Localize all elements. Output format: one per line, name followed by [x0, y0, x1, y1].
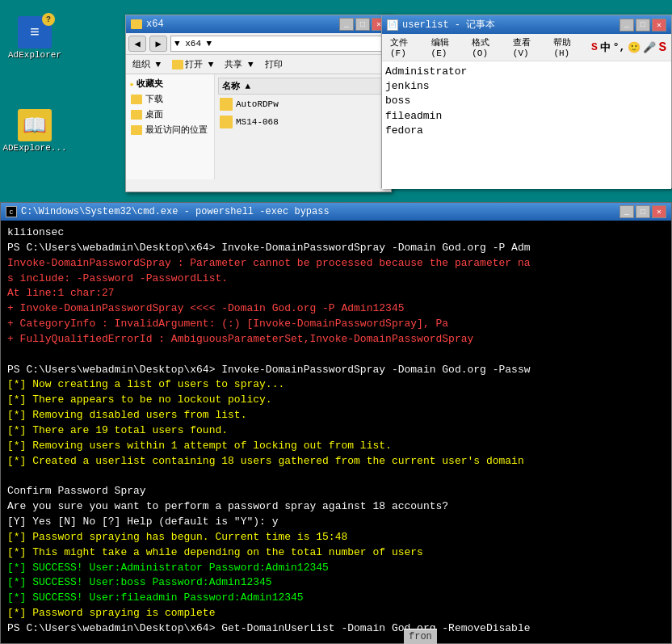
- notepad-title: userlist - 记事本: [402, 18, 495, 32]
- folder-open-icon: [172, 60, 183, 69]
- ime-bar: S 中 °, 🙂 🎤 S: [591, 36, 666, 59]
- cmd-titlebar: C C:\Windows\System32\cmd.exe - powershe…: [1, 203, 671, 221]
- cmd-icon: C: [6, 206, 17, 217]
- organize-btn[interactable]: 组织 ▼: [129, 57, 164, 72]
- menu-format[interactable]: 格式(O): [468, 36, 506, 59]
- notepad-window: 📄 userlist - 记事本 _ □ ✕ 文件(F) 编辑(E) 格式(O)…: [381, 15, 672, 188]
- explorer-maximize-btn[interactable]: □: [355, 18, 370, 31]
- notepad-line-5: fedora: [385, 124, 668, 138]
- cmd-line-24: [*] SUCCESS! User:fileadmin Password:Adm…: [7, 591, 665, 606]
- open-btn[interactable]: 打开 ▼: [169, 57, 216, 72]
- sidebar-item-download[interactable]: 下载: [129, 91, 211, 107]
- explorer-window: x64 _ □ ✕ ◀ ▶ ▼ x64 ▼ 组织 ▼ 打开 ▼ 共享 ▼ 打印: [125, 15, 392, 192]
- folder-icon-recent: [131, 125, 142, 135]
- back-btn[interactable]: ◀: [128, 36, 146, 52]
- cmd-maximize-btn[interactable]: □: [636, 205, 650, 218]
- cmd-line-16: [7, 469, 665, 485]
- cmd-line-7: + FullyQualifiedErrorId : AmbiguousParam…: [7, 332, 665, 347]
- open-label: 打开 ▼: [185, 58, 213, 70]
- explorer-body: ★ 收藏夹 下载 桌面 最近访问的位置 名称 ▲: [126, 74, 391, 179]
- cmd-close-btn[interactable]: ✕: [652, 205, 666, 218]
- menu-file[interactable]: 文件(F): [387, 36, 425, 59]
- cmd-line-19: [Y] Yes [N] No [?] Help (default is "Y")…: [7, 515, 665, 530]
- sidebar-item-desktop[interactable]: 桌面: [129, 107, 211, 122]
- menu-view[interactable]: 查看(V): [510, 36, 548, 59]
- cmd-title: C:\Windows\System32\cmd.exe - powershell…: [21, 206, 330, 217]
- print-label: 打印: [265, 58, 283, 70]
- explorer-titlebar: x64 _ □ ✕: [126, 15, 391, 33]
- cmd-minimize-btn[interactable]: _: [620, 205, 634, 218]
- cmd-line-0: kliionsec: [7, 225, 665, 241]
- folder-icon-desktop: [131, 110, 142, 120]
- menu-help[interactable]: 帮助(H): [550, 36, 588, 59]
- cmd-line-8: [7, 347, 665, 363]
- explorer-title: x64: [146, 19, 164, 30]
- cmd-line-1: PS C:\Users\webadmin\Desktop\x64> Invoke…: [7, 241, 665, 256]
- explorer-nav: ◀ ▶ ▼ x64 ▼: [126, 33, 391, 55]
- file-folder-icon-2: [220, 116, 233, 128]
- notepad-minimize-btn[interactable]: _: [620, 19, 634, 32]
- download-label: 下载: [145, 93, 163, 105]
- adexplorer2-icon: 📖: [18, 109, 52, 141]
- cmd-line-26: PS C:\Users\webadmin\Desktop\x64> Get-Do…: [7, 621, 665, 637]
- notepad-line-3: boss: [385, 94, 668, 108]
- cmd-line-25: [*] Password spraying is complete: [7, 606, 665, 621]
- adexplorer1-icon: ≡ ?: [18, 16, 52, 48]
- cmd-line-6: + CategoryInfo : InvalidArgument: (:) [I…: [7, 317, 665, 332]
- notepad-menubar: 文件(F) 编辑(E) 格式(O) 查看(V) 帮助(H) S 中 °, 🙂 🎤…: [382, 34, 671, 61]
- adexplorer1-label: AdExplorer: [8, 50, 61, 60]
- explorer-main: 名称 ▲ AutoRDPw MS14-068: [215, 74, 391, 179]
- cmd-line-5: + Invoke-DomainPasswordSpray <<<< -Domai…: [7, 301, 665, 317]
- cmd-line-15: [*] Created a userlist containing 18 use…: [7, 454, 665, 469]
- cmd-line-10: [*] Now creating a list of users to spra…: [7, 377, 665, 393]
- share-label: 共享 ▼: [225, 58, 253, 70]
- notepad-line-2: jenkins: [385, 79, 668, 94]
- favorites-header: ★ 收藏夹: [129, 78, 211, 90]
- menu-edit[interactable]: 编辑(E): [428, 36, 466, 59]
- desktop-label: 桌面: [145, 108, 163, 120]
- explorer-folder-icon: [131, 19, 142, 29]
- explorer-sidebar: ★ 收藏夹 下载 桌面 最近访问的位置: [126, 74, 215, 179]
- notepad-line-1: Administrator: [385, 65, 668, 79]
- sidebar-item-recent[interactable]: 最近访问的位置: [129, 122, 211, 137]
- print-btn[interactable]: 打印: [262, 57, 286, 72]
- cmd-line-2: Invoke-DomainPasswordSpray : Parameter c…: [7, 256, 665, 271]
- cmd-line-4: At line:1 char:27: [7, 286, 665, 301]
- cmd-line-20: [*] Password spraying has begun. Current…: [7, 530, 665, 545]
- desktop-icon-adexplorer2[interactable]: 📖 ADExplore...: [6, 109, 63, 153]
- taskbar-hint: fron: [404, 629, 437, 644]
- col-header: 名称 ▲: [218, 78, 388, 95]
- notepad-maximize-btn[interactable]: □: [636, 19, 650, 32]
- cmd-line-21: [*] This might take a while depending on…: [7, 545, 665, 561]
- explorer-minimize-btn[interactable]: _: [339, 18, 354, 31]
- cmd-line-9: PS C:\Users\webadmin\Desktop\x64> Invoke…: [7, 363, 665, 378]
- desktop-icon-adexplorer1[interactable]: ≡ ? AdExplorer: [6, 16, 63, 60]
- notepad-content[interactable]: Administrator jenkins boss fileadmin fed…: [382, 61, 671, 189]
- cmd-line-3: s include: -Password -PasswordList.: [7, 271, 665, 287]
- explorer-toolbar: 组织 ▼ 打开 ▼ 共享 ▼ 打印: [126, 55, 391, 74]
- file-item-autordp[interactable]: AutoRDPw: [218, 96, 388, 112]
- cmd-window: C C:\Windows\System32\cmd.exe - powershe…: [0, 202, 672, 644]
- cmd-line-17: Confirm Password Spray: [7, 484, 665, 499]
- favorites-star-icon: ★: [129, 79, 134, 89]
- cmd-line-22: [*] SUCCESS! User:Administrator Password…: [7, 561, 665, 576]
- file-label-autordp: AutoRDPw: [236, 99, 279, 109]
- forward-btn[interactable]: ▶: [149, 36, 167, 52]
- address-bar[interactable]: ▼ x64 ▼: [170, 36, 388, 52]
- notepad-icon: 📄: [387, 19, 398, 31]
- cmd-body[interactable]: kliionsec PS C:\Users\webadmin\Desktop\x…: [1, 221, 671, 638]
- file-item-ms14[interactable]: MS14-068: [218, 114, 388, 130]
- file-folder-icon-1: [220, 98, 233, 111]
- notepad-close-btn[interactable]: ✕: [652, 19, 666, 32]
- cmd-line-14: [*] Removing users within 1 attempt of l…: [7, 439, 665, 454]
- cmd-line-18: Are you sure you want to perform a passw…: [7, 499, 665, 515]
- share-btn[interactable]: 共享 ▼: [221, 57, 256, 72]
- favorites-section: ★ 收藏夹 下载 桌面 最近访问的位置: [129, 78, 211, 137]
- cmd-line-12: [*] Removing disabled users from list.: [7, 408, 665, 423]
- recent-label: 最近访问的位置: [145, 124, 208, 136]
- folder-icon-download: [131, 95, 142, 104]
- favorites-label: 收藏夹: [136, 78, 163, 90]
- organize-label: 组织 ▼: [132, 58, 161, 70]
- notepad-titlebar: 📄 userlist - 记事本 _ □ ✕: [382, 15, 671, 34]
- taskbar-fron-text: fron: [409, 631, 432, 642]
